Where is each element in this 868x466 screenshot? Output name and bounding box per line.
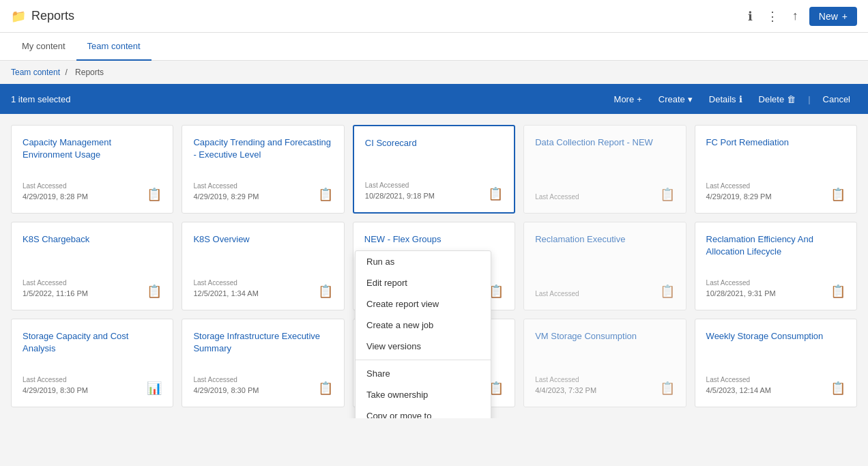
- header: 📁 Reports ℹ ⋮ ↑ New +: [0, 0, 868, 33]
- selection-bar: 1 item selected More + Create ▾ Details …: [0, 84, 868, 114]
- create-label: Create: [659, 94, 685, 104]
- header-actions: ℹ ⋮ ↑ New +: [745, 6, 857, 27]
- report-icon: 📋: [660, 284, 675, 299]
- card-capacity-trending[interactable]: Capacity Trending and Forecasting - Exec…: [182, 125, 344, 214]
- card-title: Storage Infrastructure Executive Summary: [193, 330, 332, 355]
- page-title-area: 📁 Reports: [11, 9, 745, 24]
- card-title: K8S Chargeback: [23, 233, 162, 246]
- card-title: CI Scorecard: [365, 137, 503, 149]
- report-icon: 📋: [318, 284, 333, 299]
- breadcrumb: Team content / Reports: [0, 61, 868, 84]
- breadcrumb-reports: Reports: [75, 68, 104, 77]
- context-menu-create-report-view[interactable]: Create report view: [356, 293, 491, 315]
- card-storage-capacity[interactable]: Storage Capacity and Cost Analysis Last …: [11, 319, 173, 407]
- card-k8s-chargeback[interactable]: K8S Chargeback Last Accessed 1/5/2022, 1…: [11, 222, 173, 310]
- report-icon: 📋: [660, 187, 675, 202]
- card-footer: Last Accessed 4/29/2019, 8:30 PM 📊: [23, 375, 162, 396]
- card-date: Last Accessed 12/5/2021, 1:34 AM: [193, 278, 258, 300]
- more-action-button[interactable]: More +: [607, 90, 649, 108]
- card-footer: Last Accessed 4/4/2023, 7:32 PM 📋: [535, 375, 674, 396]
- report-icon: 📋: [147, 284, 162, 299]
- cancel-label: Cancel: [823, 94, 850, 104]
- upload-icon: ↑: [792, 9, 798, 23]
- card-weekly-storage[interactable]: Weekly Storage Consumption Last Accessed…: [695, 319, 857, 407]
- card-title: VM Storage Consumption: [535, 330, 674, 343]
- card-footer: Last Accessed 📋: [535, 284, 674, 299]
- report-icon: 📊: [147, 381, 162, 396]
- context-menu-take-ownership[interactable]: Take ownership: [356, 384, 491, 405]
- delete-icon: 🗑: [787, 94, 796, 104]
- context-menu-divider-1: [356, 360, 491, 360]
- info-icon: ℹ: [748, 9, 753, 24]
- card-title: K8S Overview: [193, 233, 332, 246]
- breadcrumb-team-content[interactable]: Team content: [11, 68, 60, 77]
- details-action-button[interactable]: Details ℹ: [702, 90, 749, 108]
- report-icon: 📋: [147, 187, 162, 202]
- tab-team-content[interactable]: Team content: [76, 33, 151, 61]
- context-menu-copy-move[interactable]: Copy or move to: [356, 405, 491, 418]
- card-title: FC Port Remediation: [706, 136, 845, 149]
- report-icon: 📋: [830, 381, 845, 396]
- context-menu: Run as Edit report Create report view Cr…: [355, 250, 491, 418]
- content-area: Capacity Management Environment Usage La…: [0, 114, 868, 418]
- create-action-button[interactable]: Create ▾: [652, 90, 699, 108]
- card-date: Last Accessed 4/29/2019, 8:29 PM: [193, 181, 259, 203]
- delete-label: Delete: [759, 94, 785, 104]
- card-date: Last Accessed: [535, 192, 579, 202]
- context-menu-run-as[interactable]: Run as: [356, 251, 491, 272]
- card-footer: Last Accessed 4/29/2019, 8:30 PM 📋: [193, 375, 332, 396]
- card-k8s-overview[interactable]: K8S Overview Last Accessed 12/5/2021, 1:…: [182, 222, 344, 310]
- more-options-button[interactable]: ⋮: [764, 6, 781, 27]
- card-footer: Last Accessed 10/28/2021, 9:18 PM 📋: [365, 180, 503, 202]
- card-fc-port[interactable]: FC Port Remediation Last Accessed 4/29/2…: [695, 125, 857, 214]
- card-reclamation-efficiency[interactable]: Reclamation Efficiency And Allocation Li…: [695, 222, 857, 310]
- card-footer: Last Accessed 4/5/2023, 12:14 AM 📋: [706, 375, 845, 396]
- card-storage-infrastructure[interactable]: Storage Infrastructure Executive Summary…: [182, 319, 344, 407]
- new-button[interactable]: New +: [809, 7, 857, 26]
- card-data-collection[interactable]: Data Collection Report - NEW Last Access…: [523, 125, 686, 214]
- cancel-action-button[interactable]: Cancel: [816, 90, 857, 108]
- tabs-bar: My content Team content: [0, 33, 868, 61]
- card-date: Last Accessed 10/28/2021, 9:31 PM: [706, 278, 776, 300]
- card-title: Weekly Storage Consumption: [706, 330, 845, 343]
- card-footer: Last Accessed 4/29/2019, 8:29 PM 📋: [706, 181, 845, 203]
- delete-action-button[interactable]: Delete 🗑: [752, 90, 803, 108]
- upload-button[interactable]: ↑: [790, 6, 801, 26]
- card-date: Last Accessed 4/4/2023, 7:32 PM: [535, 375, 596, 396]
- info-button[interactable]: ℹ: [745, 6, 755, 27]
- card-footer: Last Accessed 4/29/2019, 8:29 PM 📋: [193, 181, 332, 203]
- card-reclamation-executive[interactable]: Reclamation Executive Last Accessed 📋: [523, 222, 686, 310]
- page-title: Reports: [31, 9, 74, 23]
- context-menu-share[interactable]: Share: [356, 363, 491, 384]
- breadcrumb-separator: /: [65, 68, 70, 77]
- context-menu-create-job[interactable]: Create a new job: [356, 315, 491, 336]
- create-chevron-icon: ▾: [688, 94, 693, 104]
- details-info-icon: ℹ: [739, 94, 742, 104]
- more-action-label: More: [614, 94, 635, 104]
- report-icon: 📋: [488, 186, 503, 201]
- card-date: Last Accessed 1/5/2022, 11:16 PM: [23, 278, 88, 300]
- card-date: Last Accessed 4/29/2019, 8:29 PM: [706, 181, 772, 203]
- card-title: Data Collection Report - NEW: [535, 136, 674, 149]
- context-menu-view-versions[interactable]: View versions: [356, 336, 491, 357]
- card-ci-scorecard[interactable]: CI Scorecard Last Accessed 10/28/2021, 9…: [353, 125, 515, 214]
- card-footer: Last Accessed 12/5/2021, 1:34 AM 📋: [193, 278, 332, 300]
- card-footer: Last Accessed 1/5/2022, 11:16 PM 📋: [23, 278, 162, 300]
- card-vm-storage-consumption[interactable]: VM Storage Consumption Last Accessed 4/4…: [523, 319, 686, 407]
- card-date: Last Accessed 4/29/2019, 8:30 PM: [23, 375, 88, 396]
- card-title: NEW - Flex Groups: [364, 233, 504, 246]
- report-icon: 📋: [830, 284, 845, 299]
- card-footer: Last Accessed 10/28/2021, 9:31 PM 📋: [706, 278, 845, 300]
- report-icon: 📋: [830, 187, 845, 202]
- card-date: Last Accessed 4/5/2023, 12:14 AM: [706, 375, 771, 396]
- report-icon: 📋: [660, 381, 675, 396]
- tab-my-content[interactable]: My content: [11, 33, 76, 61]
- card-capacity-management[interactable]: Capacity Management Environment Usage La…: [11, 125, 173, 214]
- ellipsis-icon: ⋮: [766, 9, 779, 24]
- context-menu-edit-report[interactable]: Edit report: [356, 272, 491, 293]
- new-button-plus: +: [842, 11, 848, 22]
- more-plus-icon: +: [637, 94, 642, 104]
- action-divider: |: [808, 94, 810, 104]
- card-title: Reclamation Efficiency And Allocation Li…: [706, 233, 845, 258]
- report-icon: 📋: [318, 381, 333, 396]
